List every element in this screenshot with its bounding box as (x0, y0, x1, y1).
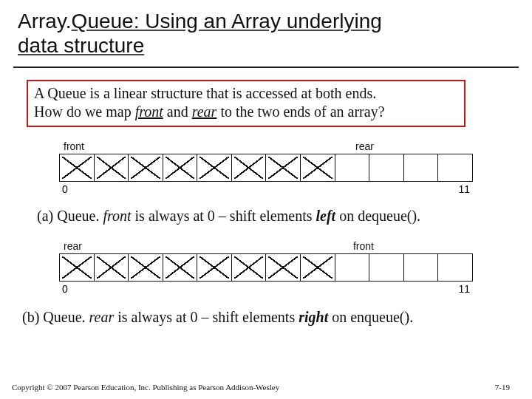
figure-a-array (59, 154, 473, 182)
array-cell-empty (404, 254, 439, 281)
figure-b-rear-label: rear (64, 240, 82, 252)
figure-a-top-labels: front rear (59, 140, 473, 154)
caption-a: (a) Queue. front is always at 0 – shift … (37, 207, 520, 225)
figure-b-index-row: 0 11 (59, 282, 473, 295)
caption-a-dir: left (316, 208, 336, 224)
figure-a-front-label: front (64, 140, 84, 152)
figure-b-front-label: front (353, 240, 374, 252)
array-cell-empty (369, 254, 404, 281)
array-cell-occupied (163, 154, 198, 181)
figure-a: front rear 0 11 (59, 140, 473, 195)
array-cell-empty (335, 154, 370, 181)
intro-line2-mid: and (163, 103, 192, 120)
figure-b-index-start: 0 (62, 283, 68, 295)
intro-line2: How do we map front and rear to the two … (34, 103, 457, 121)
figure-b-array (59, 253, 473, 282)
array-cell-empty (438, 154, 472, 181)
array-cell-occupied (95, 254, 129, 281)
caption-b: (b) Queue. rear is always at 0 – shift e… (22, 308, 520, 327)
caption-b-post: on enqueue(). (328, 309, 413, 325)
figure-b-top-labels: rear front (59, 240, 473, 253)
caption-b-prefix: (b) Queue. (22, 309, 86, 325)
array-cell-occupied (60, 154, 95, 181)
intro-front-word: front (135, 103, 163, 120)
caption-a-post: on dequeue(). (335, 208, 420, 224)
intro-rear-word: rear (192, 103, 217, 120)
caption-a-front: front (103, 208, 131, 224)
caption-b-dir: right (299, 309, 328, 325)
figure-b: rear front 0 11 (59, 240, 473, 295)
array-cell-empty (335, 254, 370, 281)
slide-title: Array.Queue: Using an Array underlying d… (18, 9, 517, 58)
figure-a-index-row: 0 11 (59, 182, 473, 195)
footer-copyright: Copyright © 2007 Pearson Education, Inc.… (12, 383, 279, 392)
title-underline-rule (13, 66, 519, 68)
caption-b-rear: rear (89, 309, 115, 325)
figure-a-index-start: 0 (62, 183, 68, 195)
intro-callout-box: A Queue is a linear structure that is ac… (27, 80, 466, 127)
array-cell-occupied (163, 254, 198, 281)
title-part2: Queue: Using an Array underlying (72, 10, 382, 33)
footer-page-number: 7-19 (495, 383, 510, 392)
array-cell-occupied (301, 154, 335, 181)
array-cell-occupied (301, 254, 335, 281)
figure-a-rear-label: rear (355, 140, 374, 152)
array-cell-occupied (60, 254, 95, 281)
caption-b-mid: is always at 0 – shift elements (114, 309, 299, 325)
caption-a-mid: is always at 0 – shift elements (132, 208, 316, 224)
array-cell-occupied (197, 154, 232, 181)
array-cell-occupied (266, 154, 301, 181)
figure-a-index-end: 11 (458, 183, 470, 195)
array-cell-occupied (197, 254, 232, 281)
array-cell-occupied (232, 254, 267, 281)
title-line2: data structure (18, 34, 144, 57)
array-cell-occupied (232, 154, 267, 181)
array-cell-empty (438, 254, 472, 281)
array-cell-occupied (95, 154, 129, 181)
array-cell-occupied (129, 154, 163, 181)
intro-line2-pre: How do we map (34, 103, 135, 120)
array-cell-occupied (266, 254, 301, 281)
intro-line1: A Queue is a linear structure that is ac… (34, 84, 457, 103)
caption-a-prefix: (a) Queue. (37, 208, 99, 224)
array-cell-occupied (129, 254, 163, 281)
title-part1: Array. (18, 10, 72, 33)
slide-title-area: Array.Queue: Using an Array underlying d… (0, 0, 532, 62)
figure-b-index-end: 11 (458, 283, 470, 295)
array-cell-empty (369, 154, 404, 181)
intro-line2-post: to the two ends of an array? (216, 103, 384, 120)
array-cell-empty (404, 154, 439, 181)
